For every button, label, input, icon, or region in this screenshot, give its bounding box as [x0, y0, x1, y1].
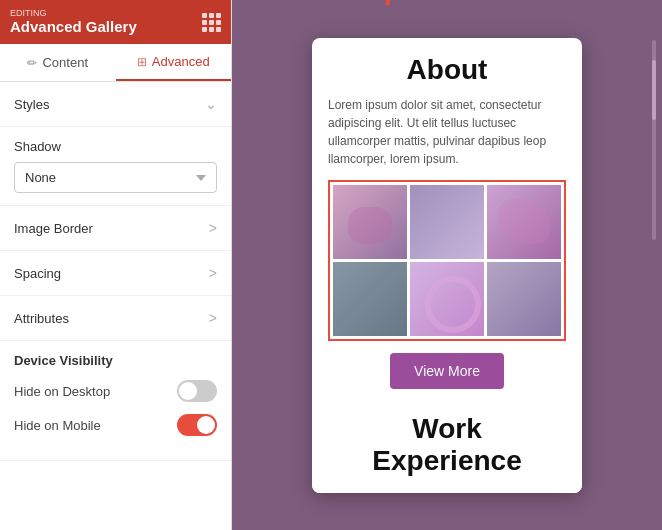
shadow-select[interactable]: None Small Medium Large — [14, 162, 217, 193]
about-text: Lorem ipsum dolor sit amet, consectetur … — [328, 96, 566, 168]
arrow-annotation — [372, 0, 472, 20]
work-experience-title: WorkExperience — [312, 403, 582, 493]
spacing-chevron-icon: > — [209, 265, 217, 281]
gallery-cell-6 — [487, 262, 561, 336]
hide-on-desktop-toggle[interactable] — [177, 380, 217, 402]
spacing-label: Spacing — [14, 266, 61, 281]
styles-section[interactable]: Styles ⌄ — [0, 82, 231, 127]
hide-on-desktop-row: Hide on Desktop — [14, 380, 217, 402]
tab-content[interactable]: ✏ Content — [0, 44, 116, 81]
gallery-cell-4 — [333, 262, 407, 336]
widget-title: Advanced Gallery — [10, 18, 137, 35]
image-border-chevron-icon: > — [209, 220, 217, 236]
attributes-chevron-icon: > — [209, 310, 217, 326]
panel-body: Styles ⌄ Shadow None Small Medium Large … — [0, 82, 231, 530]
work-experience-text: WorkExperience — [372, 413, 521, 476]
device-visibility-label: Device Visibility — [14, 353, 217, 368]
image-border-label: Image Border — [14, 221, 93, 236]
hide-on-mobile-slider — [177, 414, 217, 436]
hide-on-mobile-label: Hide on Mobile — [14, 418, 101, 433]
editing-label: EDITING — [10, 8, 137, 18]
hide-on-desktop-slider — [177, 380, 217, 402]
about-title: About — [328, 54, 566, 86]
device-visibility-section: Device Visibility Hide on Desktop Hide o… — [0, 341, 231, 461]
gallery-cell-2 — [410, 185, 484, 259]
shadow-label: Shadow — [14, 139, 217, 154]
gallery-cell-3 — [487, 185, 561, 259]
right-scrollbar[interactable] — [652, 40, 656, 240]
phone-frame: About Lorem ipsum dolor sit amet, consec… — [312, 38, 582, 493]
attributes-label: Attributes — [14, 311, 69, 326]
hide-on-desktop-label: Hide on Desktop — [14, 384, 110, 399]
styles-chevron-icon: ⌄ — [205, 96, 217, 112]
tab-content-label: Content — [42, 55, 88, 70]
editing-title-block: EDITING Advanced Gallery — [10, 8, 137, 36]
left-panel: EDITING Advanced Gallery ✏ Content ⊞ Adv… — [0, 0, 232, 530]
shadow-section: Shadow None Small Medium Large — [0, 127, 231, 206]
gallery-grid — [328, 180, 566, 341]
view-more-button[interactable]: View More — [390, 353, 504, 389]
tab-advanced-label: Advanced — [152, 54, 210, 69]
gallery-cell-1 — [333, 185, 407, 259]
content-tab-icon: ✏ — [27, 56, 37, 70]
hide-on-mobile-row: Hide on Mobile — [14, 414, 217, 436]
right-panel: About Lorem ipsum dolor sit amet, consec… — [232, 0, 662, 530]
tab-advanced[interactable]: ⊞ Advanced — [116, 44, 232, 81]
styles-label: Styles — [14, 97, 49, 112]
hide-on-mobile-toggle[interactable] — [177, 414, 217, 436]
phone-content: About Lorem ipsum dolor sit amet, consec… — [312, 38, 582, 389]
attributes-section[interactable]: Attributes > — [0, 296, 231, 341]
grid-menu-icon[interactable] — [202, 13, 221, 32]
spacing-section[interactable]: Spacing > — [0, 251, 231, 296]
tabs-row: ✏ Content ⊞ Advanced — [0, 44, 231, 82]
advanced-tab-icon: ⊞ — [137, 55, 147, 69]
editing-header: EDITING Advanced Gallery — [0, 0, 231, 44]
image-border-section[interactable]: Image Border > — [0, 206, 231, 251]
gallery-cell-5 — [410, 262, 484, 336]
scrollbar-thumb — [652, 60, 656, 120]
